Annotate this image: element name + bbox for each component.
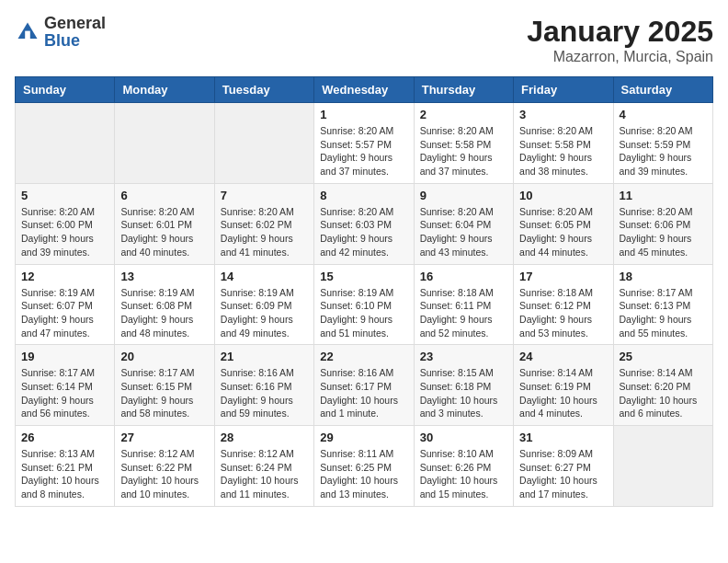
month-title: January 2025 <box>527 15 713 49</box>
day-number: 17 <box>519 270 607 283</box>
day-info: Sunrise: 8:20 AM Sunset: 5:58 PM Dayligh… <box>519 124 607 178</box>
calendar-cell <box>214 103 313 184</box>
day-info: Sunrise: 8:19 AM Sunset: 6:10 PM Dayligh… <box>320 286 407 340</box>
title-area: January 2025 Mazarron, Murcia, Spain <box>527 15 713 65</box>
day-number: 28 <box>221 431 308 444</box>
day-info: Sunrise: 8:12 AM Sunset: 6:22 PM Dayligh… <box>120 447 208 501</box>
day-number: 5 <box>21 189 108 202</box>
day-number: 1 <box>320 108 407 121</box>
calendar-cell: 2Sunrise: 8:20 AM Sunset: 5:58 PM Daylig… <box>414 103 513 184</box>
location-title: Mazarron, Murcia, Spain <box>527 49 713 65</box>
calendar-cell: 31Sunrise: 8:09 AM Sunset: 6:27 PM Dayli… <box>514 426 613 507</box>
calendar-cell: 21Sunrise: 8:16 AM Sunset: 6:16 PM Dayli… <box>214 345 313 426</box>
day-number: 23 <box>420 350 507 363</box>
day-number: 10 <box>519 189 607 202</box>
day-info: Sunrise: 8:19 AM Sunset: 6:07 PM Dayligh… <box>21 286 108 340</box>
day-number: 31 <box>519 431 607 444</box>
day-info: Sunrise: 8:19 AM Sunset: 6:09 PM Dayligh… <box>221 286 308 340</box>
calendar-cell: 23Sunrise: 8:15 AM Sunset: 6:18 PM Dayli… <box>414 345 513 426</box>
day-number: 20 <box>120 350 208 363</box>
day-number: 16 <box>420 270 507 283</box>
day-info: Sunrise: 8:19 AM Sunset: 6:08 PM Dayligh… <box>120 286 208 340</box>
svg-rect-1 <box>25 31 30 39</box>
day-info: Sunrise: 8:20 AM Sunset: 6:02 PM Dayligh… <box>221 205 308 259</box>
day-info: Sunrise: 8:20 AM Sunset: 6:01 PM Dayligh… <box>120 205 208 259</box>
calendar-cell: 24Sunrise: 8:14 AM Sunset: 6:19 PM Dayli… <box>514 345 613 426</box>
header-thursday: Thursday <box>414 77 513 103</box>
day-number: 24 <box>519 350 607 363</box>
day-info: Sunrise: 8:20 AM Sunset: 6:00 PM Dayligh… <box>21 205 108 259</box>
day-number: 3 <box>519 108 607 121</box>
calendar-cell: 7Sunrise: 8:20 AM Sunset: 6:02 PM Daylig… <box>214 183 313 264</box>
day-number: 29 <box>320 431 407 444</box>
calendar-cell: 17Sunrise: 8:18 AM Sunset: 6:12 PM Dayli… <box>514 264 613 345</box>
day-number: 22 <box>320 350 407 363</box>
calendar-cell: 5Sunrise: 8:20 AM Sunset: 6:00 PM Daylig… <box>16 183 115 264</box>
page-header: General Blue January 2025 Mazarron, Murc… <box>15 15 713 65</box>
calendar-cell <box>613 426 712 507</box>
day-info: Sunrise: 8:20 AM Sunset: 5:58 PM Dayligh… <box>420 124 507 178</box>
day-number: 6 <box>120 189 208 202</box>
day-info: Sunrise: 8:16 AM Sunset: 6:17 PM Dayligh… <box>320 366 407 420</box>
day-number: 18 <box>620 270 707 283</box>
calendar-cell: 29Sunrise: 8:11 AM Sunset: 6:25 PM Dayli… <box>314 426 414 507</box>
day-info: Sunrise: 8:18 AM Sunset: 6:12 PM Dayligh… <box>519 286 607 340</box>
calendar-cell <box>115 103 214 184</box>
header-monday: Monday <box>115 77 214 103</box>
day-info: Sunrise: 8:14 AM Sunset: 6:20 PM Dayligh… <box>620 366 707 420</box>
header-wednesday: Wednesday <box>314 77 414 103</box>
day-info: Sunrise: 8:13 AM Sunset: 6:21 PM Dayligh… <box>21 447 108 501</box>
header-tuesday: Tuesday <box>214 77 313 103</box>
day-number: 27 <box>120 431 208 444</box>
weekday-header-row: Sunday Monday Tuesday Wednesday Thursday… <box>16 77 713 103</box>
calendar-cell: 18Sunrise: 8:17 AM Sunset: 6:13 PM Dayli… <box>613 264 712 345</box>
day-number: 9 <box>420 189 507 202</box>
header-saturday: Saturday <box>613 77 712 103</box>
calendar-cell: 10Sunrise: 8:20 AM Sunset: 6:05 PM Dayli… <box>514 183 613 264</box>
day-number: 21 <box>221 350 308 363</box>
day-info: Sunrise: 8:16 AM Sunset: 6:16 PM Dayligh… <box>221 366 308 420</box>
day-info: Sunrise: 8:10 AM Sunset: 6:26 PM Dayligh… <box>420 447 507 501</box>
calendar-week-4: 19Sunrise: 8:17 AM Sunset: 6:14 PM Dayli… <box>16 345 713 426</box>
calendar-cell: 3Sunrise: 8:20 AM Sunset: 5:58 PM Daylig… <box>514 103 613 184</box>
day-info: Sunrise: 8:20 AM Sunset: 5:59 PM Dayligh… <box>620 124 707 178</box>
day-info: Sunrise: 8:20 AM Sunset: 6:06 PM Dayligh… <box>620 205 707 259</box>
day-info: Sunrise: 8:17 AM Sunset: 6:13 PM Dayligh… <box>620 286 707 340</box>
day-number: 7 <box>221 189 308 202</box>
calendar-cell: 25Sunrise: 8:14 AM Sunset: 6:20 PM Dayli… <box>613 345 712 426</box>
calendar-week-3: 12Sunrise: 8:19 AM Sunset: 6:07 PM Dayli… <box>16 264 713 345</box>
calendar-cell: 6Sunrise: 8:20 AM Sunset: 6:01 PM Daylig… <box>115 183 214 264</box>
day-info: Sunrise: 8:17 AM Sunset: 6:15 PM Dayligh… <box>120 366 208 420</box>
calendar-cell: 16Sunrise: 8:18 AM Sunset: 6:11 PM Dayli… <box>414 264 513 345</box>
calendar-cell: 14Sunrise: 8:19 AM Sunset: 6:09 PM Dayli… <box>214 264 313 345</box>
calendar-cell: 30Sunrise: 8:10 AM Sunset: 6:26 PM Dayli… <box>414 426 513 507</box>
day-info: Sunrise: 8:20 AM Sunset: 6:03 PM Dayligh… <box>320 205 407 259</box>
day-number: 11 <box>620 189 707 202</box>
calendar-week-1: 1Sunrise: 8:20 AM Sunset: 5:57 PM Daylig… <box>16 103 713 184</box>
logo-blue: Blue <box>44 31 80 50</box>
day-number: 15 <box>320 270 407 283</box>
day-info: Sunrise: 8:17 AM Sunset: 6:14 PM Dayligh… <box>21 366 108 420</box>
day-number: 19 <box>21 350 108 363</box>
calendar-cell: 22Sunrise: 8:16 AM Sunset: 6:17 PM Dayli… <box>314 345 414 426</box>
day-number: 4 <box>620 108 707 121</box>
day-number: 12 <box>21 270 108 283</box>
calendar-table: Sunday Monday Tuesday Wednesday Thursday… <box>15 76 713 507</box>
day-info: Sunrise: 8:15 AM Sunset: 6:18 PM Dayligh… <box>420 366 507 420</box>
day-info: Sunrise: 8:20 AM Sunset: 5:57 PM Dayligh… <box>320 124 407 178</box>
day-info: Sunrise: 8:12 AM Sunset: 6:24 PM Dayligh… <box>221 447 308 501</box>
day-number: 13 <box>120 270 208 283</box>
day-info: Sunrise: 8:20 AM Sunset: 6:04 PM Dayligh… <box>420 205 507 259</box>
logo-icon <box>15 19 40 45</box>
day-number: 26 <box>21 431 108 444</box>
calendar-cell: 9Sunrise: 8:20 AM Sunset: 6:04 PM Daylig… <box>414 183 513 264</box>
calendar-cell: 13Sunrise: 8:19 AM Sunset: 6:08 PM Dayli… <box>115 264 214 345</box>
day-info: Sunrise: 8:09 AM Sunset: 6:27 PM Dayligh… <box>519 447 607 501</box>
calendar-cell: 8Sunrise: 8:20 AM Sunset: 6:03 PM Daylig… <box>314 183 414 264</box>
calendar-cell: 19Sunrise: 8:17 AM Sunset: 6:14 PM Dayli… <box>16 345 115 426</box>
calendar-cell: 11Sunrise: 8:20 AM Sunset: 6:06 PM Dayli… <box>613 183 712 264</box>
header-friday: Friday <box>514 77 613 103</box>
logo: General Blue <box>15 15 106 50</box>
day-number: 30 <box>420 431 507 444</box>
day-number: 25 <box>620 350 707 363</box>
